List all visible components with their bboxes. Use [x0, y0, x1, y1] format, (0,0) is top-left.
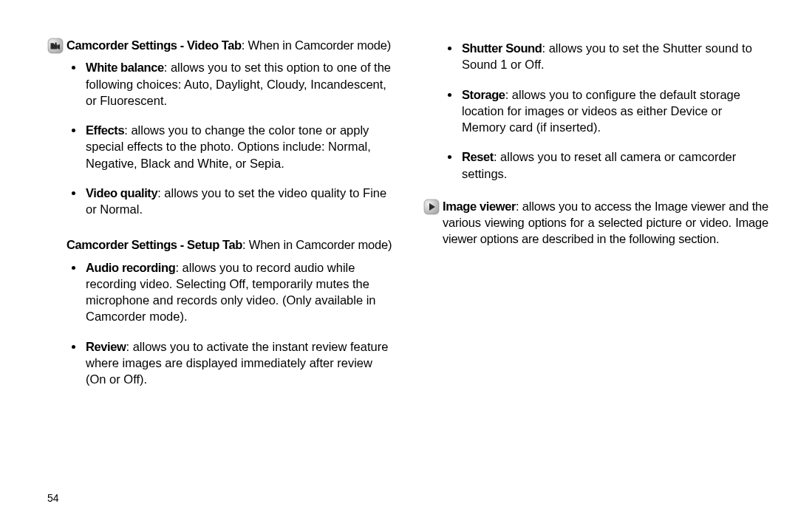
page-number: 54 — [47, 491, 59, 505]
bullet-list-setup-continued: Shutter Sound: allows you to set the Shu… — [443, 40, 768, 182]
icon-spacer — [420, 40, 443, 41]
section-setup-continued: Shutter Sound: allows you to set the Shu… — [420, 40, 768, 195]
bullet-reset: Reset: allows you to reset all camera or… — [460, 149, 768, 182]
section-body: Camcorder Settings - Setup Tab: When in … — [66, 236, 392, 400]
play-icon — [420, 198, 443, 215]
section-body: Shutter Sound: allows you to set the Shu… — [443, 40, 768, 195]
svg-point-3 — [55, 43, 57, 45]
bullet-white-balance: White balance: allows you to set this op… — [84, 59, 392, 109]
image-viewer-paragraph: Image viewer: allows you to access the I… — [443, 198, 768, 248]
section-image-viewer: Image viewer: allows you to access the I… — [420, 198, 768, 248]
section-camcorder-setup: Camcorder Settings - Setup Tab: When in … — [44, 236, 392, 400]
section-camcorder-video: Camcorder Settings - Video Tab: When in … — [44, 37, 392, 231]
bullet-storage: Storage: allows you to configure the def… — [460, 86, 768, 136]
bullet-shutter-sound: Shutter Sound: allows you to set the Shu… — [460, 40, 768, 73]
bullet-list-video-tab: White balance: allows you to set this op… — [66, 59, 392, 217]
bullet-review: Review: allows you to activate the insta… — [84, 338, 392, 388]
page: Camcorder Settings - Video Tab: When in … — [0, 0, 798, 532]
right-column: Shutter Sound: allows you to set the Shu… — [420, 37, 768, 502]
bullet-audio-recording: Audio recording: allows you to record au… — [84, 259, 392, 325]
icon-spacer — [44, 236, 66, 237]
bullet-effects: Effects: allows you to change the color … — [84, 122, 392, 171]
section-heading-setup-tab: Camcorder Settings - Setup Tab: When in … — [66, 236, 392, 253]
svg-rect-2 — [51, 43, 55, 44]
section-body: Camcorder Settings - Video Tab: When in … — [66, 37, 392, 231]
camcorder-icon — [44, 37, 66, 54]
left-column: Camcorder Settings - Video Tab: When in … — [44, 37, 392, 502]
svg-rect-1 — [51, 44, 58, 50]
section-body: Image viewer: allows you to access the I… — [443, 198, 768, 248]
section-heading-video-tab: Camcorder Settings - Video Tab: When in … — [66, 37, 392, 53]
bullet-list-setup-tab: Audio recording: allows you to record au… — [66, 259, 392, 388]
bullet-video-quality: Video quality: allows you to set the vid… — [84, 185, 392, 218]
